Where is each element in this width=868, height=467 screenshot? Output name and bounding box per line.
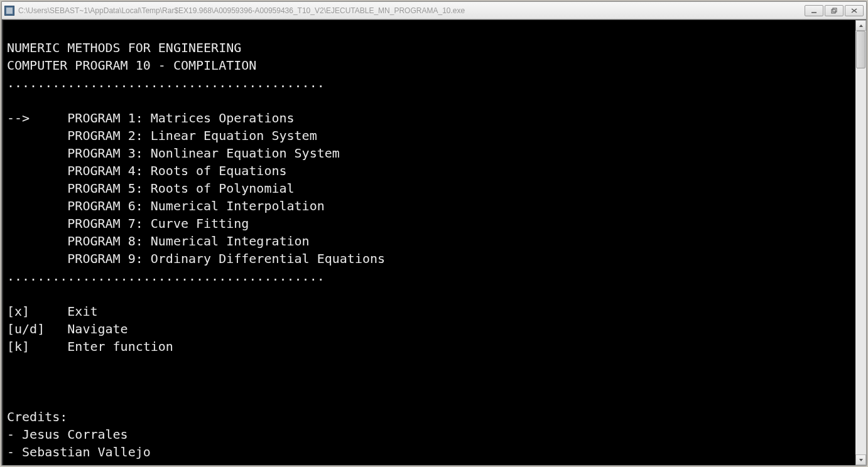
chevron-down-icon	[859, 458, 864, 463]
window-title: C:\Users\SEBAST~1\AppData\Local\Temp\Rar…	[18, 6, 805, 15]
minimize-icon	[811, 8, 817, 14]
close-icon	[850, 8, 858, 14]
scroll-up-arrow[interactable]	[855, 20, 866, 31]
close-button[interactable]	[845, 5, 864, 16]
svg-marker-5	[859, 24, 863, 27]
app-icon	[4, 6, 14, 16]
scroll-thumb[interactable]	[856, 31, 865, 68]
titlebar[interactable]: C:\Users\SEBAST~1\AppData\Local\Temp\Rar…	[2, 2, 866, 19]
maximize-icon	[831, 8, 837, 14]
scroll-down-arrow[interactable]	[855, 454, 866, 465]
scroll-track[interactable]	[855, 31, 866, 454]
window-controls	[805, 5, 864, 16]
chevron-up-icon	[859, 23, 864, 28]
svg-marker-6	[859, 459, 863, 461]
svg-rect-1	[832, 9, 835, 13]
minimize-button[interactable]	[805, 5, 823, 16]
app-window: C:\Users\SEBAST~1\AppData\Local\Temp\Rar…	[1, 1, 867, 466]
maximize-button[interactable]	[825, 5, 844, 16]
vertical-scrollbar[interactable]	[855, 20, 866, 465]
console-output[interactable]: NUMERIC METHODS FOR ENGINEERING COMPUTER…	[3, 20, 855, 465]
svg-rect-2	[833, 8, 837, 12]
console-area: NUMERIC METHODS FOR ENGINEERING COMPUTER…	[2, 19, 866, 465]
